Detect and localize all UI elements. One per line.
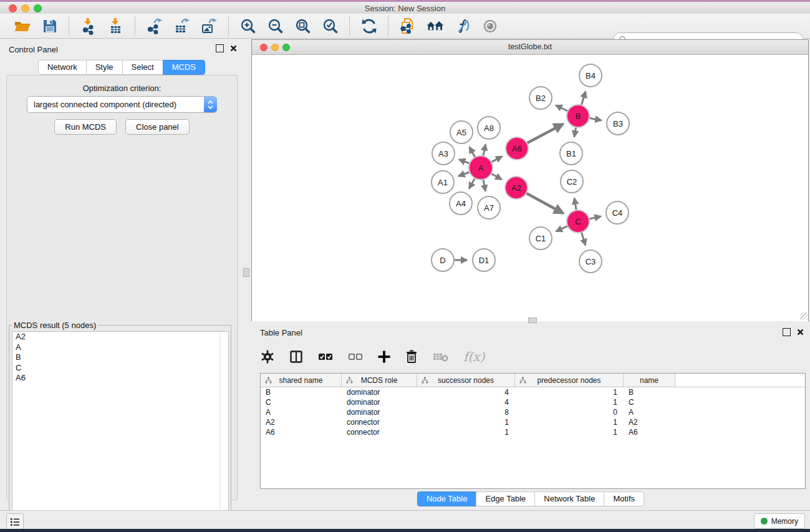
graph-node-A7[interactable]: A7 (477, 196, 501, 220)
home-icon[interactable] (426, 17, 445, 36)
criterion-select[interactable]: largest connected component (directed) (27, 96, 217, 113)
clone-network-icon[interactable] (398, 17, 417, 36)
memory-status-icon (761, 518, 768, 525)
graph-node-B4[interactable]: B4 (579, 64, 602, 87)
delete-table-icon (432, 350, 450, 364)
memory-button[interactable]: Memory (754, 513, 805, 529)
delete-icon[interactable] (405, 349, 418, 364)
add-icon[interactable] (377, 350, 391, 364)
graph-node-A6[interactable]: A6 (505, 137, 529, 160)
tab-network[interactable]: Network (38, 60, 87, 75)
eye-icon[interactable] (481, 17, 499, 36)
tab-edge-table[interactable]: Edge Table (476, 491, 535, 506)
export-network-icon[interactable] (145, 17, 164, 36)
toolbar-separator (228, 17, 229, 36)
cell-name: C (624, 398, 675, 407)
graph-node-C[interactable]: C (566, 210, 590, 233)
column-header-MCDS-role[interactable]: MCDS role (342, 374, 417, 387)
cell-name: A2 (624, 418, 675, 427)
result-item[interactable]: B (12, 352, 228, 363)
cell-shared-name: A6 (261, 428, 342, 437)
save-session-icon[interactable] (41, 17, 59, 36)
close-panel-button[interactable]: Close panel (125, 119, 190, 135)
splitter-handle[interactable] (243, 268, 249, 277)
graph-node-C2[interactable]: C2 (560, 170, 584, 193)
select-all-icon[interactable] (317, 349, 334, 364)
column-header-name[interactable]: name (624, 374, 675, 387)
export-table-icon[interactable] (173, 17, 191, 36)
refresh-icon[interactable] (360, 17, 378, 36)
float-table-panel-icon[interactable] (783, 328, 791, 336)
graph-node-A8[interactable]: A8 (477, 116, 501, 140)
import-table-icon[interactable] (107, 17, 125, 36)
network-title: testGlobe.txt (252, 42, 808, 51)
graph-node-A1[interactable]: A1 (431, 170, 455, 194)
panel-splitter[interactable] (243, 39, 251, 510)
application-window: Session: New Session (0, 0, 810, 532)
table-row[interactable]: Adominator80A (261, 407, 805, 417)
graph-node-A3[interactable]: A3 (432, 142, 455, 165)
table-row[interactable]: Bdominator41B (261, 387, 805, 397)
graph-node-D1[interactable]: D1 (472, 248, 496, 272)
graph-node-B3[interactable]: B3 (606, 112, 630, 135)
export-image-icon[interactable] (200, 17, 219, 36)
graph-node-A4[interactable]: A4 (449, 191, 473, 215)
zoom-selected-icon[interactable] (321, 17, 340, 36)
close-table-panel-icon[interactable] (797, 329, 804, 336)
cell-predecessor-nodes: 1 (515, 418, 624, 427)
graph-node-C3[interactable]: C3 (579, 249, 602, 273)
graph-node-B1[interactable]: B1 (559, 142, 583, 165)
import-network-icon[interactable] (79, 17, 98, 36)
column-header-shared-name[interactable]: shared name (261, 374, 342, 387)
graph-node-B2[interactable]: B2 (529, 86, 552, 110)
close-panel-icon[interactable] (230, 45, 237, 52)
window-resize-grip[interactable] (800, 312, 808, 320)
graph-node-A2[interactable]: A2 (504, 176, 528, 200)
table-row[interactable]: Cdominator41C (261, 397, 805, 407)
result-scrollbar[interactable] (219, 332, 228, 532)
column-header-predecessor-nodes[interactable]: predecessor nodes (515, 374, 624, 387)
result-item[interactable]: A (12, 342, 228, 353)
zoom-out-icon[interactable] (266, 17, 285, 36)
tab-select[interactable]: Select (122, 60, 163, 75)
tab-mcds[interactable]: MCDS (163, 60, 205, 75)
tab-style[interactable]: Style (86, 60, 123, 75)
graph-node-A[interactable]: A (468, 155, 493, 180)
hsplitter-handle[interactable] (528, 317, 537, 323)
result-item[interactable]: A2 (12, 332, 228, 342)
hide-graphics-icon[interactable] (453, 17, 472, 36)
table-panel-title: Table Panel (260, 328, 302, 337)
tab-motifs[interactable]: Motifs (604, 491, 644, 506)
mcds-panel: Optimization criterion: largest connecte… (6, 75, 238, 500)
run-mcds-button[interactable]: Run MCDS (54, 119, 117, 135)
deselect-all-icon[interactable] (347, 349, 364, 364)
table-row[interactable]: A6connector11A6 (261, 427, 805, 437)
graph-node-D[interactable]: D (431, 248, 455, 272)
gear-icon[interactable] (260, 349, 275, 364)
network-titlebar[interactable]: testGlobe.txt (252, 40, 808, 55)
zoom-in-icon[interactable] (239, 17, 258, 36)
session-title: Session: New Session (0, 4, 810, 13)
result-item[interactable]: C (12, 363, 228, 374)
cell-shared-name: C (261, 398, 342, 407)
graph-node-B[interactable]: B (566, 104, 590, 128)
column-header-successor-nodes[interactable]: successor nodes (417, 374, 515, 387)
task-history-button[interactable] (6, 513, 24, 531)
table-row[interactable]: A2connector11A2 (261, 417, 805, 427)
open-session-icon[interactable] (13, 17, 32, 36)
graph-node-C1[interactable]: C1 (529, 226, 552, 250)
list-icon (10, 518, 20, 526)
graph-node-C4[interactable]: C4 (605, 201, 629, 225)
zoom-fit-icon[interactable] (294, 17, 312, 36)
optimization-label: Optimization criterion: (7, 84, 237, 93)
cell-successor-nodes: 1 (417, 428, 515, 437)
mcds-result-list[interactable]: A2ABCA6 (12, 331, 229, 532)
node-table[interactable]: shared name MCDS role successor nodes pr… (260, 373, 806, 489)
result-item[interactable]: A6 (12, 373, 228, 384)
tab-node-table[interactable]: Node Table (417, 491, 477, 506)
network-canvas[interactable]: A5A8A3A1A4A7AA6A2BB1B2B3B4CC1C2C3C4DD1 (252, 55, 808, 321)
columns-icon[interactable] (289, 349, 304, 364)
float-panel-icon[interactable] (216, 44, 224, 52)
graph-node-A5[interactable]: A5 (450, 120, 473, 144)
tab-network-table[interactable]: Network Table (534, 491, 604, 506)
